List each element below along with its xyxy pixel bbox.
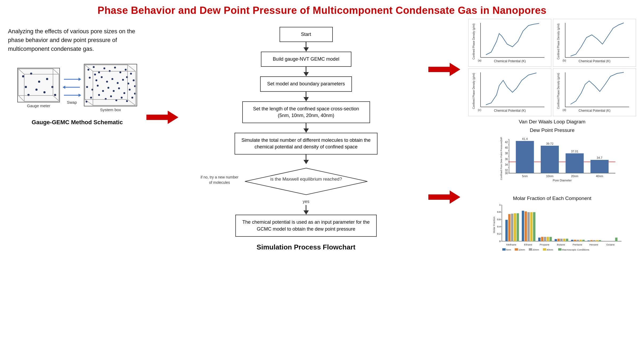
svg-text:5nm: 5nm: [506, 248, 511, 251]
svg-point-61: [94, 74, 96, 76]
vdw-title: Van Der Waals Loop Diagram: [468, 119, 636, 125]
svg-text:is the Maxwell equilibrium rea: is the Maxwell equilibrium reached?: [270, 177, 342, 182]
svg-text:Pentane: Pentane: [573, 243, 582, 246]
svg-point-27: [98, 72, 100, 73]
svg-rect-175: [588, 240, 590, 241]
svg-point-43: [86, 86, 88, 88]
svg-line-66: [128, 65, 136, 71]
svg-point-46: [102, 90, 104, 92]
svg-rect-169: [571, 240, 573, 241]
svg-text:Ethane: Ethane: [524, 243, 532, 246]
svg-marker-75: [428, 190, 460, 204]
svg-rect-167: [566, 239, 568, 241]
svg-rect-160: [547, 237, 549, 241]
svg-text:Chemical Potential (K): Chemical Potential (K): [579, 109, 610, 112]
svg-text:Methane: Methane: [506, 243, 516, 246]
svg-point-59: [126, 100, 128, 102]
yes-label: yes: [303, 199, 309, 204]
svg-text:Chemical Potential (K): Chemical Potential (K): [579, 59, 610, 63]
svg-rect-185: [615, 238, 618, 241]
svg-rect-163: [555, 239, 557, 241]
svg-point-25: [88, 69, 89, 71]
svg-rect-193: [543, 248, 546, 251]
svg-text:40nm: 40nm: [596, 174, 603, 178]
intro-text: Analyzing the effects of various pore si…: [8, 27, 146, 53]
center-panel: Start Build gauge-NVT GEMC model Set mod…: [146, 19, 466, 360]
svg-point-51: [129, 89, 131, 91]
svg-point-6: [51, 86, 54, 88]
svg-rect-146: [508, 214, 511, 241]
svg-point-8: [54, 94, 56, 96]
svg-marker-20: [79, 78, 81, 81]
svg-point-32: [125, 69, 127, 71]
svg-point-0: [22, 75, 24, 77]
svg-text:10nm: 10nm: [546, 174, 553, 178]
right-panel: Chemical Potential (K) Confined Phase De…: [466, 19, 636, 360]
svg-rect-187: [502, 248, 506, 251]
svg-point-9: [27, 94, 30, 96]
svg-marker-74: [428, 63, 460, 76]
svg-point-39: [117, 82, 119, 84]
svg-point-58: [121, 97, 123, 99]
vdw-charts-grid: Chemical Potential (K) Confined Phase De…: [468, 19, 636, 116]
svg-point-3: [25, 86, 27, 88]
svg-rect-147: [511, 214, 513, 241]
svg-rect-191: [529, 248, 532, 251]
gauge-schematic: Gauge meter Swap: [8, 64, 146, 126]
svg-text:38: 38: [505, 152, 508, 155]
svg-rect-151: [522, 211, 524, 241]
svg-point-35: [96, 80, 97, 81]
svg-point-47: [108, 87, 109, 89]
svg-point-30: [114, 67, 116, 69]
svg-rect-189: [515, 248, 518, 251]
svg-rect-117: [516, 141, 534, 173]
svg-text:Macroscopic Conditions: Macroscopic Conditions: [562, 248, 589, 251]
arrow-4: [303, 128, 309, 133]
svg-line-14: [53, 95, 59, 101]
connector-1: [306, 42, 306, 47]
svg-line-69: [128, 99, 136, 105]
svg-rect-157: [538, 238, 541, 241]
boxes-row: Gauge meter Swap: [17, 64, 137, 112]
arrow-5: [303, 160, 309, 164]
svg-text:Octane: Octane: [606, 243, 614, 246]
dew-point-title: Dew Point Pressure: [468, 127, 636, 133]
schematic-title: Gauge-GEMC Method Schematic: [32, 119, 123, 126]
svg-text:Chemical Potential (K): Chemical Potential (K): [494, 59, 526, 63]
svg-rect-153: [527, 212, 530, 241]
connector-6: [306, 205, 306, 210]
flow-simulate: Simulate the total number of different m…: [235, 133, 378, 155]
swap-label: Swap: [67, 100, 77, 105]
flowchart: Start Build gauge-NVT GEMC model Set mod…: [226, 27, 386, 251]
svg-text:Confined Pore Dew Point Pressu: Confined Pore Dew Point Pressure(MPa): [500, 137, 503, 180]
page-title: Phase Behavior and Dew Point Pressure of…: [0, 0, 644, 19]
arrow-2: [303, 72, 309, 76]
svg-rect-10: [18, 69, 53, 95]
svg-rect-154: [530, 212, 533, 241]
svg-text:Molar Fraction: Molar Fraction: [493, 217, 495, 233]
svg-point-34: [89, 77, 91, 79]
svg-point-49: [118, 88, 120, 89]
system-box: [84, 64, 137, 106]
svg-rect-165: [560, 239, 563, 241]
flow-gcmc: The chemical potential is used as an inp…: [235, 215, 376, 236]
svg-rect-145: [505, 220, 508, 241]
svg-rect-173: [582, 240, 585, 241]
svg-point-53: [90, 97, 92, 99]
svg-point-50: [124, 92, 125, 94]
svg-point-38: [112, 78, 113, 80]
svg-text:(b): (b): [563, 59, 566, 62]
svg-point-26: [93, 66, 95, 68]
svg-text:34.7: 34.7: [597, 156, 602, 159]
left-panel: Analyzing the effects of various pore si…: [8, 19, 146, 360]
svg-point-1: [30, 73, 32, 75]
gauge-meter-box: [17, 68, 60, 102]
svg-marker-24: [79, 94, 81, 97]
svg-point-28: [104, 68, 105, 69]
connector-5: [306, 155, 306, 160]
svg-rect-178: [596, 240, 598, 241]
svg-point-48: [113, 90, 115, 92]
flowchart-title: Simulation Process Flowchart: [257, 243, 355, 251]
svg-marker-22: [63, 86, 65, 89]
connector-2: [306, 67, 306, 72]
